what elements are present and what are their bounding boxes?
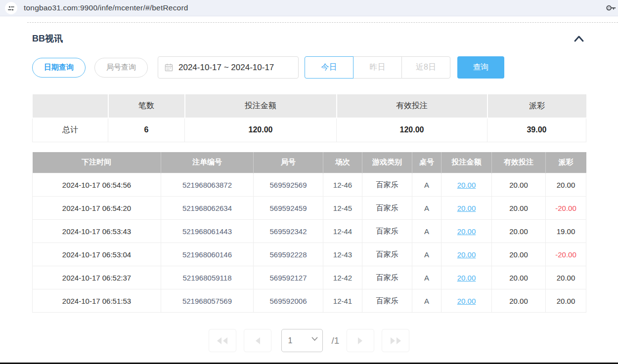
payout-cell: 19.00 — [546, 220, 586, 243]
bet-time-cell: 2024-10-17 06:54:20 — [33, 197, 161, 220]
round-number-cell: 569592342 — [254, 220, 323, 243]
payout-cell: -20.00 — [546, 243, 586, 266]
valid-bet-cell: 20.00 — [492, 243, 546, 266]
game-type-cell: 百家乐 — [362, 220, 412, 243]
bet-table-header-row: 下注时间 注单编号 局号 场次 游戏类别 桌号 投注金额 有效投注 派彩 — [33, 152, 586, 173]
order-number-cell: 521968062634 — [161, 197, 254, 220]
table-number-cell: A — [412, 220, 441, 243]
header-table-number: 桌号 — [412, 152, 441, 173]
summary-payout-value: 39.00 — [487, 118, 586, 142]
header-bet-amount: 投注金额 — [441, 152, 492, 173]
left-arrow-icon — [254, 337, 261, 345]
game-type-cell: 百家乐 — [362, 243, 412, 266]
bet-amount-cell: 20.00 — [441, 220, 492, 243]
bet-amount-link[interactable]: 20.00 — [457, 204, 476, 212]
page-select[interactable]: 1 — [281, 329, 323, 352]
summary-total-row: 总计 6 120.00 120.00 39.00 — [33, 118, 586, 142]
header-bet-time: 下注时间 — [33, 152, 161, 173]
bet-time-cell: 2024-10-17 06:53:04 — [33, 243, 161, 266]
today-button[interactable]: 今日 — [305, 56, 353, 79]
quick-date-group: 今日 昨日 近8日 — [305, 56, 450, 79]
session-cell: 12-41 — [323, 289, 362, 313]
calendar-icon — [165, 63, 173, 72]
yesterday-button[interactable]: 昨日 — [353, 56, 402, 79]
order-number-cell: 521968063872 — [161, 173, 254, 197]
summary-header-empty — [33, 94, 108, 118]
payout-cell: 20.00 — [546, 289, 586, 313]
order-number-cell: 521968061443 — [161, 220, 254, 243]
table-row: 2024-10-17 06:53:04521968060146569592228… — [33, 243, 586, 266]
summary-valid-bet-value: 120.00 — [337, 118, 487, 142]
round-number-cell: 569592228 — [254, 243, 323, 266]
valid-bet-cell: 20.00 — [492, 289, 546, 313]
valid-bet-cell: 20.00 — [492, 220, 546, 243]
bet-record-table: 下注时间 注单编号 局号 场次 游戏类别 桌号 投注金额 有效投注 派彩 202… — [32, 152, 586, 313]
session-cell: 12-42 — [323, 266, 362, 289]
key-icon — [605, 3, 616, 12]
round-number-cell: 569592006 — [254, 289, 323, 313]
table-row: 2024-10-17 06:51:53521968057569569592006… — [33, 289, 586, 313]
address-bar-url[interactable]: tongbao31.com:9900/infe/mcenter/#/betRec… — [24, 3, 605, 12]
collapse-section-button[interactable] — [572, 34, 586, 43]
header-session: 场次 — [323, 152, 362, 173]
bet-amount-link[interactable]: 20.00 — [457, 181, 476, 189]
bet-amount-link[interactable]: 20.00 — [457, 250, 476, 259]
search-button[interactable]: 查询 — [457, 56, 504, 79]
browser-address-bar: tongbao31.com:9900/infe/mcenter/#/betRec… — [0, 0, 618, 16]
date-range-value: 2024-10-17 ~ 2024-10-17 — [178, 63, 274, 73]
valid-bet-cell: 20.00 — [492, 173, 546, 197]
section-header: BB视讯 — [32, 33, 586, 44]
last-8-days-button[interactable]: 近8日 — [401, 56, 450, 79]
bet-amount-cell: 20.00 — [441, 197, 492, 220]
last-page-button[interactable] — [382, 329, 409, 352]
date-range-input[interactable]: 2024-10-17 ~ 2024-10-17 — [158, 56, 299, 79]
summary-count-value: 6 — [108, 118, 185, 142]
bet-time-cell: 2024-10-17 06:52:37 — [33, 266, 161, 289]
pagination: 1 /1 — [32, 329, 586, 352]
bet-time-cell: 2024-10-17 06:53:43 — [33, 220, 161, 243]
bet-amount-link[interactable]: 20.00 — [457, 274, 476, 282]
page-select-wrap: 1 — [281, 329, 323, 352]
header-order-number: 注单编号 — [161, 152, 254, 173]
bet-amount-link[interactable]: 20.00 — [457, 227, 476, 236]
game-type-cell: 百家乐 — [362, 266, 412, 289]
table-row: 2024-10-17 06:52:37521968059118569592127… — [33, 266, 586, 289]
session-cell: 12-43 — [323, 243, 362, 266]
table-number-cell: A — [412, 197, 441, 220]
next-page-button[interactable] — [347, 329, 374, 352]
table-row: 2024-10-17 06:54:20521968062634569592459… — [33, 197, 586, 220]
table-number-cell: A — [412, 243, 441, 266]
right-arrow-icon — [357, 337, 364, 345]
tune-icon — [7, 4, 15, 12]
bet-amount-link[interactable]: 20.00 — [457, 297, 476, 305]
total-pages-label: /1 — [332, 335, 340, 346]
table-number-cell: A — [412, 289, 441, 313]
site-info-button[interactable] — [5, 2, 17, 14]
order-number-cell: 521968057569 — [161, 289, 254, 313]
session-cell: 12-46 — [323, 173, 362, 197]
bet-time-cell: 2024-10-17 06:51:53 — [33, 289, 161, 313]
table-number-cell: A — [412, 266, 441, 289]
game-type-cell: 百家乐 — [362, 173, 412, 197]
summary-bet-amount-value: 120.00 — [185, 118, 337, 142]
previous-page-button[interactable] — [244, 329, 271, 352]
password-key-button[interactable] — [605, 3, 616, 12]
header-game-type: 游戏类别 — [362, 152, 412, 173]
valid-bet-cell: 20.00 — [492, 266, 546, 289]
filter-toolbar: 日期查询 局号查询 2024-10-17 ~ 2024-10- — [32, 56, 586, 79]
round-query-tab[interactable]: 局号查询 — [94, 58, 148, 78]
bet-table-body: 2024-10-17 06:54:56521968063872569592569… — [33, 173, 586, 313]
session-cell: 12-45 — [323, 197, 362, 220]
valid-bet-cell: 20.00 — [492, 197, 546, 220]
date-query-tab[interactable]: 日期查询 — [32, 58, 86, 78]
first-page-button[interactable] — [209, 329, 236, 352]
payout-cell: 20.00 — [546, 266, 586, 289]
bet-amount-cell: 20.00 — [441, 173, 492, 197]
chevron-up-icon — [573, 37, 585, 44]
bet-amount-cell: 20.00 — [441, 266, 492, 289]
summary-table: 笔数 投注金额 有效投注 派彩 总计 6 120.00 120.00 39.00 — [32, 94, 586, 142]
round-number-cell: 569592459 — [254, 197, 323, 220]
summary-header-payout: 派彩 — [487, 94, 586, 118]
payout-cell: 20.00 — [546, 173, 586, 197]
double-left-arrow-icon — [216, 337, 229, 345]
